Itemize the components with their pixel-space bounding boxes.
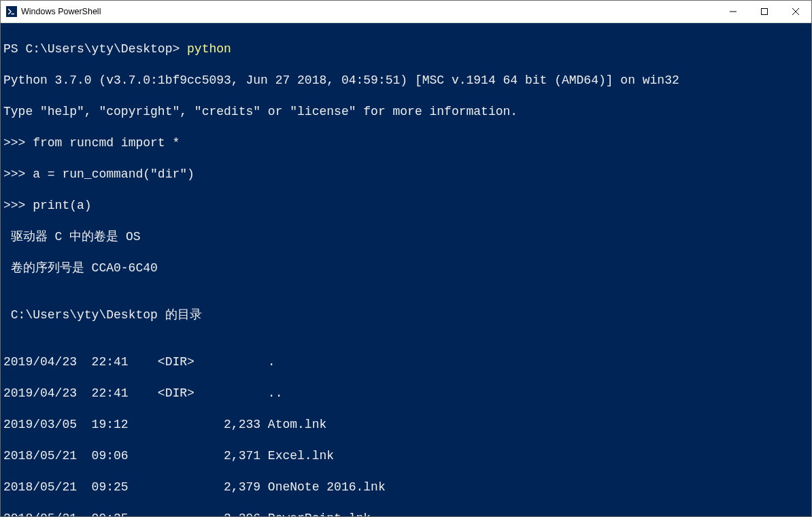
- repl-line-3: >>> print(a): [3, 198, 810, 214]
- minimize-button[interactable]: [717, 1, 749, 22]
- window-title: Windows PowerShell: [21, 7, 101, 16]
- dir-row: 2018/05/21 09:06 2,371 Excel.lnk: [3, 448, 810, 464]
- python-banner-2: Type "help", "copyright", "credits" or "…: [3, 104, 810, 120]
- dir-row: 2018/05/21 09:25 2,379 OneNote 2016.lnk: [3, 480, 810, 495]
- repl-stmt-1: from runcmd import *: [33, 136, 180, 150]
- command-python: python: [187, 42, 231, 56]
- repl-stmt-2: a = run_command("dir"): [33, 167, 194, 181]
- powershell-icon: [6, 6, 17, 17]
- python-banner-1: Python 3.7.0 (v3.7.0:1bf9cc5093, Jun 27 …: [3, 73, 810, 88]
- repl-prompt: >>>: [3, 167, 33, 181]
- dir-row: 2019/04/23 22:41 <DIR> ..: [3, 386, 810, 401]
- powershell-window: Windows PowerShell PS C:\Users\yty\Deskt…: [0, 0, 812, 517]
- repl-line-1: >>> from runcmd import *: [3, 135, 810, 151]
- dir-row: 2019/04/23 22:41 <DIR> .: [3, 354, 810, 370]
- output-serial: 卷的序列号是 CCA0-6C40: [3, 261, 810, 276]
- repl-prompt: >>>: [3, 199, 33, 212]
- dir-row: 2018/05/21 09:25 2,396 PowerPoint.lnk: [3, 511, 810, 516]
- svg-rect-0: [7, 7, 16, 16]
- repl-stmt-3: print(a): [33, 199, 91, 212]
- maximize-button[interactable]: [749, 1, 780, 22]
- dir-row: 2019/03/05 19:12 2,233 Atom.lnk: [3, 417, 810, 433]
- output-volume: 驱动器 C 中的卷是 OS: [3, 229, 810, 245]
- terminal-area[interactable]: PS C:\Users\yty\Desktop> python Python 3…: [1, 23, 811, 516]
- output-dir-header: C:\Users\yty\Desktop 的目录: [3, 307, 810, 323]
- titlebar[interactable]: Windows PowerShell: [1, 1, 811, 23]
- ps-prompt: PS C:\Users\yty\Desktop>: [3, 42, 187, 56]
- prompt-line: PS C:\Users\yty\Desktop> python: [3, 41, 810, 57]
- close-button[interactable]: [780, 1, 811, 22]
- repl-line-2: >>> a = run_command("dir"): [3, 167, 810, 182]
- svg-rect-3: [762, 9, 768, 15]
- repl-prompt: >>>: [3, 136, 33, 150]
